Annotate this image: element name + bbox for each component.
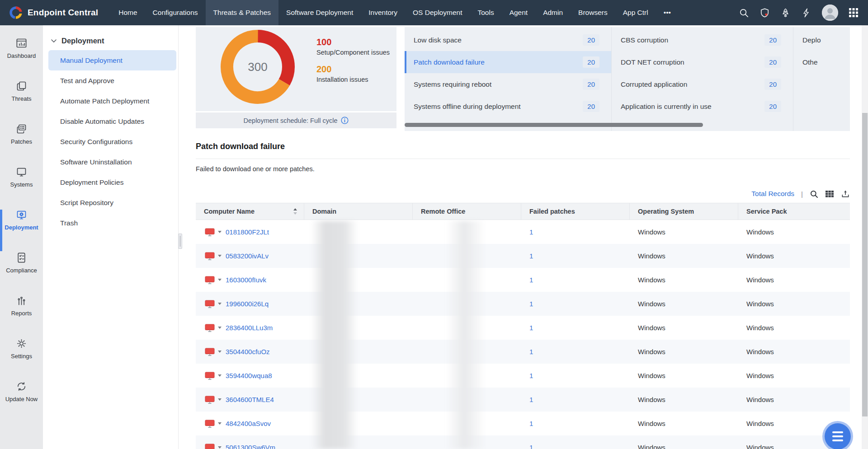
rail-item-patches[interactable]: Patches [0, 123, 43, 166]
issue-systems-offline[interactable]: Systems offline during deployment 20 [405, 95, 611, 117]
row-dropdown-caret[interactable] [218, 351, 222, 353]
nav-item-app-ctrl[interactable]: App Ctrl [615, 0, 656, 25]
failed-patches-link[interactable]: 1 [529, 420, 533, 427]
row-dropdown-caret[interactable] [218, 446, 222, 449]
computer-icon[interactable] [205, 420, 215, 428]
sidebar-item-deployment-policies[interactable]: Deployment Policies [48, 172, 176, 192]
lightning-bolt-icon[interactable] [801, 8, 811, 18]
computer-icon[interactable] [205, 300, 215, 308]
table-row[interactable]: 1603000fIuvk 1 Windows Windows [196, 268, 850, 292]
rail-item-threats[interactable]: Threats [0, 80, 43, 123]
sidebar-item-software-uninstallation[interactable]: Software Uninstallation [48, 152, 176, 172]
issue-cbs-corruption[interactable]: CBS corruption 20 [612, 29, 793, 51]
issue-low-disk-space[interactable]: Low disk space 20 [405, 29, 611, 51]
nav-item-configurations[interactable]: Configurations [145, 0, 206, 25]
computer-name-link[interactable]: 1603000fIuvk [226, 276, 266, 284]
computer-icon[interactable] [205, 348, 215, 356]
computer-icon[interactable] [205, 228, 215, 236]
quick-actions-fab[interactable] [825, 423, 851, 449]
computer-icon[interactable] [205, 324, 215, 332]
search-icon[interactable] [739, 8, 749, 18]
row-dropdown-caret[interactable] [218, 231, 222, 233]
nav-item-inventory[interactable]: Inventory [361, 0, 405, 25]
export-icon[interactable] [841, 189, 850, 198]
col-computer-name[interactable]: Computer Name [196, 203, 304, 220]
failed-patches-link[interactable]: 1 [529, 444, 533, 449]
nav-item-software-deployment[interactable]: Software Deployment [278, 0, 361, 25]
failed-patches-link[interactable]: 1 [529, 300, 533, 308]
col-domain[interactable]: Domain [304, 203, 413, 220]
issue-other-clipped[interactable]: Othe [793, 51, 850, 73]
computer-name-link[interactable]: 5061300Sw6Vm [226, 444, 275, 449]
computer-name-link[interactable]: 1996000i26Lq [226, 300, 269, 308]
computer-name-link[interactable]: 3604600TMLE4 [226, 396, 274, 403]
page-scrollbar-thumb[interactable] [862, 113, 868, 416]
sidebar-item-manual-deployment[interactable]: Manual Deployment [48, 50, 176, 70]
computer-icon[interactable] [205, 444, 215, 449]
issue-count-badge[interactable]: 20 [583, 101, 599, 112]
computer-name-link[interactable]: 3504400cfuOz [226, 348, 270, 355]
rail-item-deployment[interactable]: Deployment [0, 209, 43, 252]
col-failed-patches[interactable]: Failed patches [521, 203, 630, 220]
failed-patches-link[interactable]: 1 [529, 276, 533, 284]
sidebar-section-header[interactable]: Deployment [43, 35, 178, 50]
nav-item-home[interactable]: Home [111, 0, 145, 25]
issue-systems-requiring-reboot[interactable]: Systems requiring reboot 20 [405, 73, 611, 95]
sidebar-item-security-configurations[interactable]: Security Configurations [48, 131, 176, 152]
sidebar-item-disable-automatic-updates[interactable]: Disable Automatic Updates [48, 111, 176, 131]
rail-item-dashboard[interactable]: Dashboard [0, 37, 43, 80]
nav-item-os-deployment[interactable]: OS Deployment [405, 0, 470, 25]
issue-count-badge[interactable]: 20 [583, 79, 599, 90]
computer-name-link[interactable]: 0181800F2JLt [226, 228, 269, 236]
sidebar-resize-handle[interactable] [178, 234, 182, 249]
nav-item-admin[interactable]: Admin [535, 0, 571, 25]
computer-name-link[interactable]: 4842400aSvov [226, 420, 271, 427]
brand[interactable]: Endpoint Central [0, 6, 111, 19]
table-row[interactable]: 3504400cfuOz 1 Windows Windows [196, 340, 850, 364]
table-row[interactable]: 4842400aSvov 1 Windows Windows [196, 412, 850, 435]
failed-patches-link[interactable]: 1 [529, 348, 533, 355]
computer-name-link[interactable]: 3594400wqua8 [226, 372, 272, 379]
failed-patches-link[interactable]: 1 [529, 228, 533, 236]
computer-icon[interactable] [205, 252, 215, 260]
row-dropdown-caret[interactable] [218, 422, 222, 425]
table-row[interactable]: 3604600TMLE4 1 Windows Windows [196, 388, 850, 412]
row-dropdown-caret[interactable] [218, 374, 222, 377]
issue-patch-download-failure[interactable]: Patch download failure 20 [405, 51, 611, 73]
failed-patches-link[interactable]: 1 [529, 252, 533, 260]
table-row[interactable]: 2836400LLu3m 1 Windows Windows [196, 316, 850, 340]
table-row[interactable]: 0583200ivALv 1 Windows Windows [196, 244, 850, 268]
issue-deployment-clipped[interactable]: Deplo [793, 29, 850, 51]
info-icon[interactable] [341, 117, 349, 124]
table-row[interactable]: 0181800F2JLt 1 Windows Windows [196, 220, 850, 244]
issue-corrupted-application[interactable]: Corrupted application 20 [612, 73, 793, 95]
issue-count-badge[interactable]: 20 [764, 101, 781, 112]
row-dropdown-caret[interactable] [218, 279, 222, 281]
computer-icon[interactable] [205, 276, 215, 284]
issue-application-in-use[interactable]: Application is currently in use 20 [612, 95, 793, 117]
sidebar-item-trash[interactable]: Trash [48, 213, 176, 233]
user-avatar[interactable] [822, 5, 838, 21]
rocket-icon[interactable] [780, 8, 791, 18]
nav-item-threats-patches[interactable]: Threats & Patches [206, 0, 279, 25]
col-operating-system[interactable]: Operating System [630, 203, 738, 220]
nav-item-more[interactable]: ••• [656, 0, 679, 25]
issues-donut-chart[interactable]: 300 [219, 28, 296, 105]
rail-item-settings[interactable]: Settings [0, 337, 43, 380]
table-row[interactable]: 3594400wqua8 1 Windows Windows [196, 364, 850, 388]
col-service-pack[interactable]: Service Pack [738, 203, 850, 220]
row-dropdown-caret[interactable] [218, 398, 222, 401]
table-row[interactable]: 5061300Sw6Vm 1 Windows Windows [196, 435, 850, 449]
table-row[interactable]: 1996000i26Lq 1 Windows Windows [196, 292, 850, 316]
failed-patches-link[interactable]: 1 [529, 372, 533, 379]
page-scrollbar[interactable] [862, 25, 868, 449]
security-shield-icon[interactable] [760, 8, 770, 18]
rail-item-systems[interactable]: Systems [0, 166, 43, 209]
issue-count-badge[interactable]: 20 [764, 79, 781, 90]
computer-name-link[interactable]: 0583200ivALv [226, 252, 269, 260]
issue-dotnet-corruption[interactable]: DOT NET corruption 20 [612, 51, 793, 73]
rail-item-reports[interactable]: Reports [0, 295, 43, 337]
issue-count-badge[interactable]: 20 [764, 34, 781, 46]
issue-count-badge[interactable]: 20 [583, 56, 599, 68]
failed-patches-link[interactable]: 1 [529, 324, 533, 332]
